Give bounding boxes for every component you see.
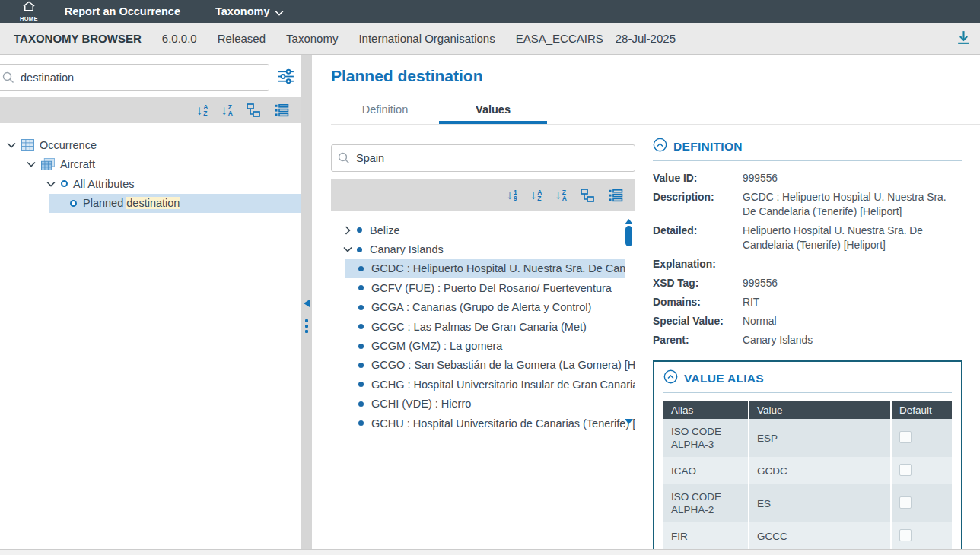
taxonomy-tree: Occurrence Aircraft: [0, 135, 301, 213]
values-search-input[interactable]: [331, 144, 635, 172]
scrollbar-thumb[interactable]: [625, 226, 632, 246]
download-icon: [956, 30, 972, 48]
default-checkbox[interactable]: [899, 496, 912, 509]
search-icon: [338, 152, 350, 167]
value-bullet-icon: [358, 266, 364, 271]
hierarchy-view-button[interactable]: [246, 103, 261, 118]
tree-item-occurrence[interactable]: Occurrence: [0, 135, 301, 155]
organisation-label: International Organisations: [358, 32, 495, 45]
value-list-item[interactable]: GCGM (GMZ) : La gomera: [331, 336, 635, 355]
field-label: Value ID:: [653, 171, 737, 186]
sort-az-button[interactable]: ↓AZ: [196, 104, 208, 117]
field-label: XSD Tag:: [653, 276, 737, 290]
field-value: 999556: [743, 171, 963, 186]
navbar-divider: [49, 3, 49, 20]
scroll-up-icon[interactable]: [625, 214, 633, 227]
default-checkbox[interactable]: [899, 464, 912, 476]
horizontal-scrollbar[interactable]: [0, 549, 980, 555]
value-bullet-icon: [357, 227, 362, 233]
field-value: Helipuerto Hospital U. Nuestra Sra. De C…: [743, 224, 963, 252]
section-divider: [663, 392, 952, 393]
collapse-panel-icon[interactable]: [304, 297, 310, 310]
alias-cell: ICAO: [663, 457, 749, 484]
main-panel: Planned destination Definition Values: [312, 55, 980, 549]
collapse-section-icon[interactable]: [653, 138, 667, 155]
expand-chevron-icon[interactable]: [343, 226, 352, 235]
splitter-drag-handle[interactable]: [305, 319, 308, 333]
taxonomy-tree-panel: ↓AZ ↓ZA: [0, 55, 301, 549]
field-value: 999556: [743, 276, 963, 290]
collapse-chevron-icon[interactable]: [46, 181, 56, 187]
sort-za-button[interactable]: ↓ZA: [221, 104, 233, 117]
value-cell: GCDC: [749, 457, 891, 484]
app-header-bar: TAXONOMY BROWSER 6.0.0.0 Released Taxono…: [0, 23, 980, 55]
release-status: Released: [218, 32, 266, 45]
value-list-item[interactable]: Canary Islands: [331, 239, 635, 258]
scroll-down-icon[interactable]: [625, 414, 633, 427]
sort-za-button[interactable]: ↓ZA: [555, 189, 567, 201]
value-alias-section-title: VALUE ALIAS: [684, 372, 764, 385]
home-button[interactable]: HOME: [20, 1, 38, 22]
value-bullet-icon: [358, 305, 364, 310]
value-list-item[interactable]: GCGC : Las Palmas De Gran Canaria (Met): [331, 317, 635, 336]
search-match-highlight: destination: [126, 197, 180, 209]
panel-splitter[interactable]: [301, 55, 312, 549]
tab-definition[interactable]: Definition: [331, 97, 439, 124]
filter-button[interactable]: [269, 64, 301, 91]
value-bullet-icon: [357, 247, 362, 252]
default-checkbox[interactable]: [899, 431, 912, 443]
value-list-item[interactable]: Belize: [331, 220, 635, 239]
attribute-bullet-icon: [61, 180, 68, 187]
field-label: Parent:: [653, 333, 737, 347]
collapse-chevron-icon[interactable]: [6, 142, 17, 148]
value-list-item[interactable]: GCHG : Hospital Universitario Insular de…: [331, 375, 635, 394]
tab-values[interactable]: Values: [439, 97, 547, 124]
value-list-item[interactable]: GCGO : San Sebastián de la Gomera (La Go…: [331, 356, 635, 375]
tree-item-label: Aircraft: [60, 158, 95, 170]
table-row: FIR GCCC: [663, 522, 952, 549]
field-value: GCDC : Helipuerto Hospital U. Nuestra Sr…: [743, 190, 963, 219]
collapse-chevron-icon[interactable]: [26, 161, 37, 167]
tree-item-label: All Attributes: [73, 178, 135, 190]
values-toolbar: ↓19 ↓AZ ↓ZA: [331, 179, 635, 211]
sort-az-button[interactable]: ↓AZ: [530, 189, 542, 201]
alias-cell: ISO CODE ALPHA-3: [663, 419, 749, 457]
field-label: Detailed:: [653, 224, 737, 252]
stacked-tables-icon: [41, 158, 55, 170]
values-panel: ↓19 ↓AZ ↓ZA: [331, 138, 635, 549]
definition-fields: Value ID: 999556 Description: GCDC : Hel…: [653, 171, 963, 347]
app-version: 6.0.0.0: [162, 32, 197, 45]
table-icon: [21, 139, 34, 151]
download-button[interactable]: [947, 23, 980, 54]
table-header-row: Alias Value Default: [663, 401, 952, 419]
collapse-section-icon[interactable]: [663, 369, 678, 387]
default-cell: [891, 457, 952, 484]
value-list-item[interactable]: GCHU : Hospital Universitario de Canaria…: [331, 414, 635, 433]
value-list-item[interactable]: GCGA : Canarias (Grupo de Alerta y Contr…: [331, 298, 635, 317]
value-list-item[interactable]: GCHI (VDE) : Hierro: [331, 395, 635, 414]
sort-numeric-button[interactable]: ↓19: [506, 189, 517, 201]
values-list: Belize Canary Islands GCDC : Helipuerto …: [331, 211, 635, 434]
tree-toolbar: ↓AZ ↓ZA: [0, 97, 301, 123]
nav-taxonomy-menu[interactable]: Taxonomy: [215, 5, 284, 18]
attribute-bullet-icon: [70, 200, 77, 207]
tab-bar: Definition Values: [331, 97, 980, 125]
field-value: RIT: [743, 295, 963, 309]
nav-report-occurrence[interactable]: Report an Occurrence: [65, 5, 180, 17]
flat-list-view-button[interactable]: [608, 188, 623, 203]
default-cell: [891, 522, 952, 549]
tree-item-all-attributes[interactable]: All Attributes: [0, 174, 301, 194]
default-checkbox[interactable]: [899, 529, 912, 541]
hierarchy-view-button[interactable]: [580, 188, 595, 203]
detail-panel: DEFINITION Value ID: 999556 Description:…: [653, 138, 980, 549]
tree-item-planned-destination[interactable]: Planned destination: [49, 194, 301, 214]
default-cell: [891, 484, 952, 522]
dataset-label: EASA_ECCAIRS: [516, 32, 603, 45]
attribute-search-input[interactable]: [0, 64, 269, 91]
collapse-chevron-icon[interactable]: [343, 246, 352, 252]
tree-item-aircraft[interactable]: Aircraft: [0, 155, 301, 175]
value-list-item-selected[interactable]: GCDC : Helipuerto Hospital U. Nuestra Sr…: [345, 259, 625, 278]
field-value: Normal: [743, 314, 963, 328]
flat-list-view-button[interactable]: [274, 103, 289, 118]
value-list-item[interactable]: GCFV (FUE) : Puerto Del Rosario/ Fuertev…: [331, 278, 635, 297]
